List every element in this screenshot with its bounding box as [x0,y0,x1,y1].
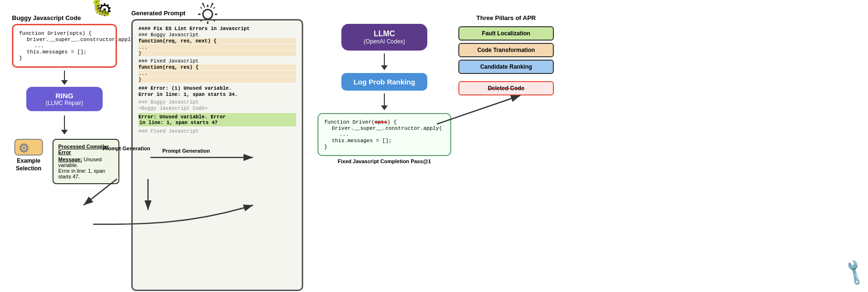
buggy-code-box: function Driver(opts) { Driver.__super__… [12,24,117,68]
prompt-box: #### Fix ES Lint Errors in Javascript ##… [131,19,303,291]
llmc-sub: (OpenAI Codex) [351,38,418,45]
pillars-title: Three Pillars of APR [458,14,554,21]
example-selection-label: ExampleSelection [16,157,41,172]
prompt-line: ### Buggy Javascript [138,32,296,38]
pillars-section: Three Pillars of APR Fault Localization … [458,10,554,95]
prompt-line: #### Fix ES Lint Errors in Javascript [138,26,296,31]
pillar-label: Candidate Ranking [480,63,532,70]
prompt-line: Error in line: 1, span starts 34. [138,92,296,97]
code-line: Driver.__super__.constructor.apply( [27,37,110,42]
prompt-line: function(req, res) { [138,64,296,70]
code-line: this.messages = []; [27,49,110,55]
ring-label: RING [36,92,93,100]
pillar-label: Code Transformation [477,47,535,53]
fixed-code-line: Driver.__super__.constructor.apply( [332,125,445,131]
fixed-code-line: } [324,144,445,150]
pillar-code-transformation: Code Transformation [458,43,554,57]
example-selection: ⚙ ExampleSelection [10,139,48,172]
prompt-line: ### Fixed Javascript [138,58,296,64]
processed-error-text: Message: Unused variable. Error in line:… [58,156,114,179]
generated-prompt-label: Generated Prompt [131,10,303,17]
prompt-line: ### Buggy Javascript [138,99,296,105]
center-right: LLMC (OpenAI Codex) Log Prob Ranking fun… [318,10,451,164]
prompt-line: function(req, res, next) { [138,38,296,44]
fixed-code-box: function Driver(opts) { Driver.__super__… [318,113,451,156]
arrow-logprob-to-fixed [381,94,388,110]
pillar-label: Fault Localization [482,30,530,37]
log-prob-box: Log Prob Ranking [341,73,427,91]
prompt-line: ... [138,44,296,50]
arrow-llmc-to-logprob [381,53,388,70]
deleted-code-box: Deleted Code [458,81,554,95]
strikethrough-opts: opts [375,119,387,125]
wrench-icon: 🔧 [839,257,868,287]
code-line: function Driver(opts) { [19,31,110,36]
prompt-line: } [138,77,296,83]
prompt-line: } [138,51,296,56]
left-section: Buggy Javascript Code ⚙ 🐛 function Drive… [10,10,119,184]
fixed-code-line: function Driver(opts) { [324,119,445,125]
right-section: LLMC (OpenAI Codex) Log Prob Ranking fun… [318,10,858,164]
prompt-line: ### Error: (1) Unused variable. [138,85,296,91]
deleted-code-label: Deleted Code [488,85,525,92]
arrow-ring-down [61,115,68,135]
code-line: } [19,55,110,61]
prompt-line: ### Fixed Javascript [138,128,296,134]
prompt-line: Error: Unused variable. Error in line: 1… [138,113,296,126]
llmc-box: LLMC (OpenAI Codex) [341,24,427,51]
prompt-generation-label: Prompt Generation [103,146,150,151]
prompt-line: <Buggy Javascript Code> [138,105,296,111]
prompt-line: ... [138,71,296,76]
fixed-code-label: Fixed Javascript Completion Pass@1 [338,158,431,164]
ring-box: RING (LLMC Repair) [26,87,103,111]
fixed-code-line: this.messages = []; [332,138,445,144]
pillar-fault-localization: Fault Localization [458,26,554,41]
code-line: ... [34,43,110,49]
fixed-code-line: ... [339,132,445,137]
llmc-label: LLMC [351,30,418,38]
log-prob-label: Log Prob Ranking [351,78,418,86]
arrow-buggy-to-ring [61,71,68,85]
middle-section: Generated Prompt #### Fix ES Lint Errors… [131,10,303,291]
pillar-candidate-ranking: Candidate Ranking [458,60,554,74]
ring-sub: (LLMC Repair) [36,100,93,106]
